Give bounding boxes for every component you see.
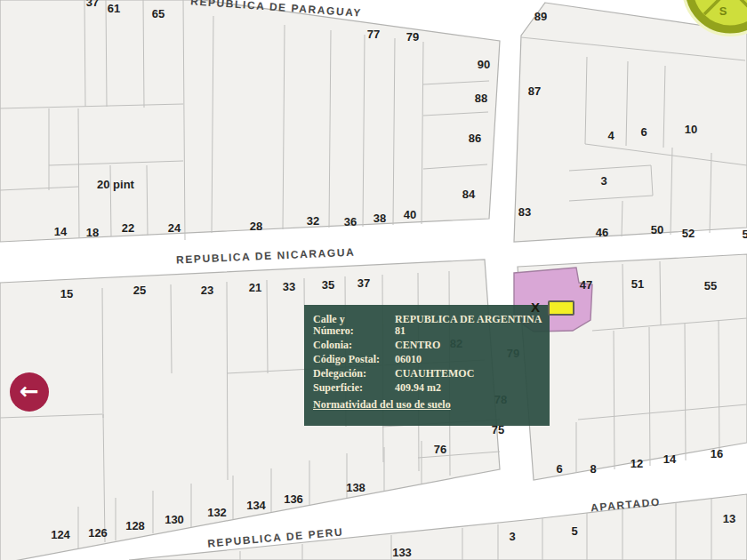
field-value-colonia: CENTRO xyxy=(395,340,544,351)
parcel-number: 84 xyxy=(462,188,475,201)
block-top-right xyxy=(514,3,747,242)
parcel-number: 76 xyxy=(434,443,446,456)
parcel-number: 35 xyxy=(322,278,334,292)
parcel-number: 21 xyxy=(249,281,261,294)
parcel-number: 6 xyxy=(640,125,647,139)
parcel-number: 55 xyxy=(704,279,717,292)
parcel-number: 134 xyxy=(246,499,266,512)
parcel-number: 3 xyxy=(600,174,606,188)
normativity-link[interactable]: Normatividad del uso de suelo xyxy=(313,398,451,412)
close-icon[interactable]: X xyxy=(531,300,540,315)
field-value-codigo-postal: 06010 xyxy=(395,354,544,365)
parcel-number: 25 xyxy=(133,284,146,297)
parcel-number: 23 xyxy=(201,284,213,297)
parcel-number: 138 xyxy=(346,481,365,494)
parcel-number: 12 xyxy=(631,457,643,470)
parcel-number: 16 xyxy=(711,447,723,460)
field-label-delegacion: Delegación: xyxy=(313,368,388,380)
parcel-number: 36 xyxy=(344,215,357,228)
parcel-number: 3 xyxy=(509,530,515,543)
compass-south-label: S xyxy=(719,4,727,18)
parcel-number: 89 xyxy=(534,10,547,23)
parcel-number: 10 xyxy=(685,123,697,136)
parcel-number: 130 xyxy=(165,513,184,526)
parcel-number: 46 xyxy=(596,226,608,239)
parcel-number: 4 xyxy=(607,129,614,142)
parcel-number: 90 xyxy=(478,58,490,71)
parcel-number: 15 xyxy=(60,287,73,300)
map-viewer: S 37616577799088868420 pint1418222428323… xyxy=(0,0,747,560)
parcel-number: 52 xyxy=(682,227,695,240)
parcel-number: 8 xyxy=(590,462,596,476)
parcel-number: 32 xyxy=(307,214,319,228)
parcel-number: 133 xyxy=(392,546,412,559)
parcel-number: 132 xyxy=(207,506,227,519)
parcel-number: 38 xyxy=(374,212,386,225)
parcel-number: 5 xyxy=(571,524,577,538)
parcel-number: 13 xyxy=(723,512,735,525)
parcel-number: 51 xyxy=(631,277,644,291)
info-popup: Calle y Número: REPUBLICA DE ARGENTINA 8… xyxy=(304,305,550,426)
parcel-number: 79 xyxy=(406,30,419,44)
parcel-number: 77 xyxy=(367,28,380,41)
parcel-number: 24 xyxy=(168,221,181,235)
parcel-number: 136 xyxy=(284,492,303,506)
parcel-number: 88 xyxy=(475,92,487,105)
parcel-number: 86 xyxy=(469,132,481,145)
field-value-superficie: 409.94 m2 xyxy=(395,382,544,394)
parcel-number: 22 xyxy=(122,221,134,235)
parcel-number: 14 xyxy=(663,452,676,466)
parcel-number: 18 xyxy=(86,226,99,239)
highlight-marker-button[interactable] xyxy=(548,300,574,316)
parcel-number: 124 xyxy=(51,528,70,541)
field-label-codigo-postal: Código Postal: xyxy=(313,354,388,365)
parcel-number: 47 xyxy=(580,278,592,292)
parcel-number: 33 xyxy=(283,280,295,293)
parcel-number: 65 xyxy=(152,7,165,20)
parcel-number: 28 xyxy=(250,220,262,233)
parcel-number: 37 xyxy=(86,0,99,9)
parcel-number: 5 xyxy=(742,228,747,241)
parcel-number: 61 xyxy=(108,2,120,15)
parcel-number: 6 xyxy=(556,462,562,476)
parcel-number: 14 xyxy=(54,225,67,238)
pan-left-button[interactable]: ← xyxy=(10,372,49,412)
parcel-number: 87 xyxy=(528,84,541,98)
block-top-left xyxy=(0,0,500,242)
field-label-colonia: Colonia: xyxy=(313,340,388,351)
parcel-number: 83 xyxy=(518,205,531,219)
popup-fields: Calle y Número: REPUBLICA DE ARGENTINA 8… xyxy=(313,314,541,394)
parcel-number: 128 xyxy=(125,519,145,532)
parcel-number: 20 pint xyxy=(97,178,134,191)
parcel-number: 40 xyxy=(404,208,416,221)
field-value-delegacion: CUAUHTEMOC xyxy=(395,368,544,380)
parcel-number: 50 xyxy=(651,223,663,236)
parcel-number: 126 xyxy=(88,526,108,540)
field-value-calle: REPUBLICA DE ARGENTINA 81 xyxy=(395,314,544,337)
field-label-superficie: Superficie: xyxy=(313,382,388,394)
field-label-calle: Calle y Número: xyxy=(313,314,388,337)
left-arrow-icon: ← xyxy=(20,378,39,404)
parcel-number: 37 xyxy=(357,276,370,290)
